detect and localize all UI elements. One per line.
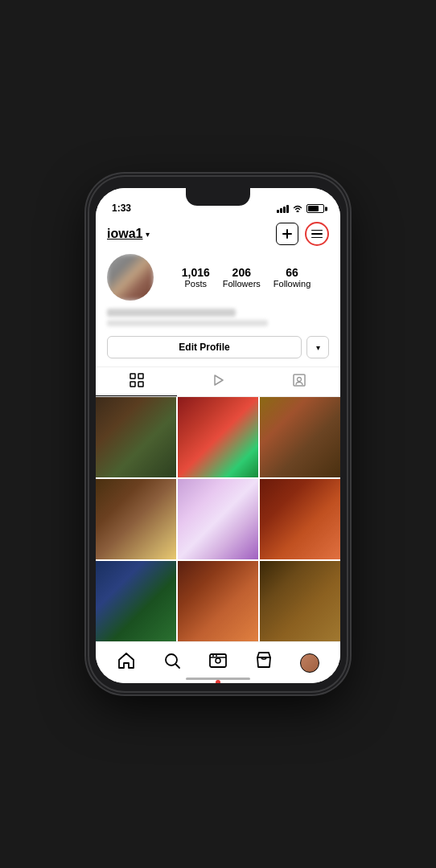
home-indicator bbox=[186, 678, 250, 680]
bottom-nav bbox=[96, 641, 340, 683]
svg-marker-6 bbox=[215, 375, 223, 385]
menu-button[interactable] bbox=[305, 222, 329, 246]
photo-item[interactable] bbox=[260, 397, 340, 477]
photo-item[interactable] bbox=[178, 479, 258, 559]
nav-home[interactable] bbox=[110, 648, 142, 678]
svg-rect-4 bbox=[130, 382, 135, 387]
play-icon bbox=[211, 373, 225, 391]
profile-info: 1,016 Posts 206 Followers 66 Following bbox=[96, 251, 340, 307]
svg-point-12 bbox=[216, 658, 220, 663]
following-count: 66 bbox=[286, 266, 298, 279]
nav-profile[interactable] bbox=[294, 650, 326, 676]
svg-point-8 bbox=[298, 378, 302, 382]
followers-label: Followers bbox=[223, 279, 261, 289]
phone-screen: 1:33 bbox=[96, 188, 340, 683]
notch bbox=[186, 188, 250, 206]
svg-rect-5 bbox=[138, 382, 143, 387]
nav-shop[interactable] bbox=[248, 648, 280, 678]
posts-label: Posts bbox=[184, 279, 207, 289]
chevron-down-icon: ▾ bbox=[146, 230, 150, 239]
svg-rect-7 bbox=[294, 375, 305, 386]
tab-grid[interactable] bbox=[96, 367, 177, 396]
svg-rect-3 bbox=[138, 374, 143, 379]
tab-reels[interactable] bbox=[177, 367, 258, 396]
svg-rect-1 bbox=[282, 233, 292, 235]
signal-icon bbox=[277, 205, 289, 213]
search-icon bbox=[162, 651, 182, 675]
main-content: iowa1 ▾ bbox=[96, 217, 340, 641]
edit-profile-row: Edit Profile ▾ bbox=[96, 333, 340, 366]
photo-grid bbox=[96, 397, 340, 641]
posts-stat: 1,016 Posts bbox=[182, 266, 210, 289]
tab-tagged[interactable] bbox=[259, 367, 340, 396]
svg-point-15 bbox=[216, 655, 217, 657]
ig-header: iowa1 ▾ bbox=[96, 217, 340, 251]
profile-dropdown-button[interactable]: ▾ bbox=[306, 336, 329, 358]
wifi-icon bbox=[292, 203, 303, 214]
followers-stat[interactable]: 206 Followers bbox=[223, 266, 261, 289]
reels-icon bbox=[208, 651, 228, 675]
tagged-icon bbox=[292, 373, 306, 391]
nav-reels[interactable] bbox=[202, 648, 234, 678]
add-content-button[interactable] bbox=[276, 223, 298, 245]
svg-line-10 bbox=[175, 664, 179, 668]
hamburger-icon bbox=[311, 230, 323, 239]
following-stat[interactable]: 66 Following bbox=[274, 266, 311, 289]
status-time: 1:33 bbox=[112, 203, 131, 214]
phone-frame: 1:33 bbox=[89, 177, 347, 691]
home-icon bbox=[117, 651, 136, 675]
bio-area bbox=[96, 307, 340, 333]
photo-item[interactable] bbox=[260, 561, 340, 641]
shop-icon bbox=[254, 651, 274, 675]
svg-rect-11 bbox=[210, 654, 226, 667]
posts-count: 1,016 bbox=[182, 266, 210, 279]
content-tabs bbox=[96, 366, 340, 397]
username[interactable]: iowa1 bbox=[107, 227, 142, 241]
battery-icon bbox=[306, 204, 324, 213]
stats-area: 1,016 Posts 206 Followers 66 Following bbox=[163, 266, 329, 289]
photo-item[interactable] bbox=[178, 561, 258, 641]
followers-count: 206 bbox=[232, 266, 251, 279]
username-area[interactable]: iowa1 ▾ bbox=[107, 227, 150, 241]
nav-search[interactable] bbox=[156, 648, 188, 678]
svg-point-14 bbox=[212, 655, 214, 657]
header-actions bbox=[276, 222, 329, 246]
bio-text bbox=[107, 320, 268, 326]
avatar[interactable] bbox=[107, 254, 154, 301]
photo-item[interactable] bbox=[178, 397, 258, 477]
bio-name bbox=[107, 309, 236, 317]
photo-item[interactable] bbox=[96, 397, 176, 477]
profile-avatar-icon bbox=[300, 653, 319, 673]
photo-item[interactable] bbox=[96, 479, 176, 559]
following-label: Following bbox=[274, 279, 311, 289]
notification-dot bbox=[216, 680, 220, 683]
edit-profile-button[interactable]: Edit Profile bbox=[107, 336, 302, 358]
photo-item[interactable] bbox=[96, 561, 176, 641]
photo-item[interactable] bbox=[260, 479, 340, 559]
svg-rect-2 bbox=[130, 374, 135, 379]
grid-icon bbox=[130, 373, 144, 391]
status-icons bbox=[277, 203, 324, 214]
chevron-down-icon: ▾ bbox=[316, 343, 320, 352]
